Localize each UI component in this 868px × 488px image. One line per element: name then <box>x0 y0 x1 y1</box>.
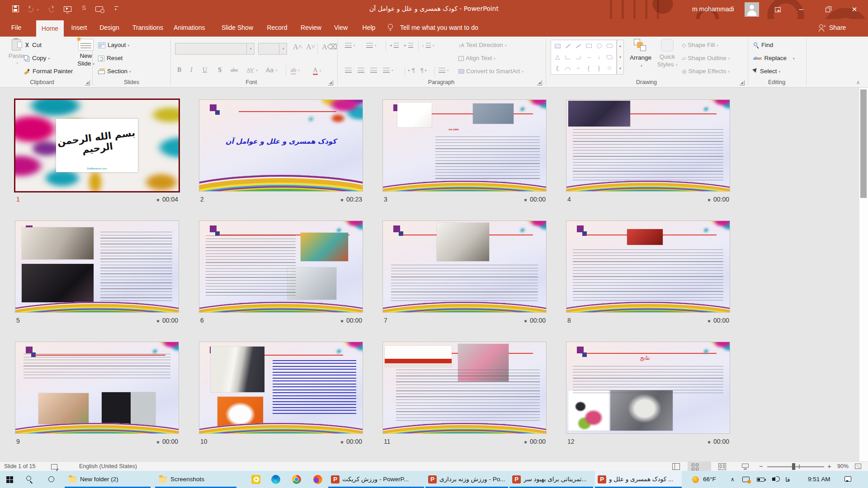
section-button[interactable]: Section▾ <box>98 66 131 76</box>
zoom-level[interactable]: 90% <box>837 462 849 471</box>
share-button[interactable]: Share <box>829 19 846 37</box>
format-painter-button[interactable]: Format Painter <box>24 66 73 76</box>
numbering-button[interactable]: ▾ <box>366 40 377 50</box>
language-indicator[interactable]: English (United States) <box>79 462 137 471</box>
underline-button[interactable]: U <box>203 65 207 75</box>
slideshow-view-button[interactable] <box>742 463 750 470</box>
slide-thumbnail-5[interactable] <box>15 221 179 313</box>
paragraph-dialog-launcher[interactable] <box>537 80 542 85</box>
undo-icon[interactable] <box>28 6 33 14</box>
zoom-out-button[interactable]: − <box>759 462 763 471</box>
slide-thumbnail-4[interactable] <box>566 99 730 192</box>
highlight-color-button[interactable]: ab▾ <box>291 65 300 75</box>
redo-icon[interactable] <box>49 6 55 14</box>
tab-transitions[interactable]: Transitions <box>132 19 163 37</box>
slide-sorter-view-button[interactable] <box>692 464 699 470</box>
replace-button[interactable]: abacReplace▾ <box>753 53 794 63</box>
text-direction-button[interactable]: ↕AText Direction▾ <box>458 40 506 50</box>
slide-thumbnail-12[interactable]: نتایج <box>566 342 730 434</box>
quick-styles-button[interactable]: Quick Styles▾ <box>656 39 679 77</box>
columns-button[interactable]: ▾ <box>439 65 449 75</box>
italic-button[interactable]: I <box>190 65 193 75</box>
slide-thumbnail-2[interactable]: کودک همسری و علل و عوامل آن <box>199 99 363 192</box>
align-center-button[interactable] <box>358 65 364 75</box>
tab-view[interactable]: View <box>334 19 348 37</box>
tab-review[interactable]: Review <box>301 19 321 37</box>
close-button[interactable]: ✕ <box>844 0 865 19</box>
slide-counter[interactable]: Slide 1 of 15 <box>4 462 36 471</box>
slide-thumbnail-9[interactable] <box>15 342 179 434</box>
new-slide-button[interactable]: New Slide▾ <box>73 39 99 77</box>
shape-outline-button[interactable]: ▱Shape Outline▾ <box>682 53 730 63</box>
slide-thumbnail-6[interactable] <box>199 221 363 313</box>
copy-button[interactable]: Copy▾ <box>24 53 50 63</box>
collapse-ribbon-button[interactable]: ∧ <box>856 80 860 85</box>
slide-sorter-area[interactable]: بسم الله الرحمن الرحيمDelBaraneh.com1★00… <box>0 88 868 461</box>
chrome-icon[interactable] <box>287 471 307 488</box>
start-button[interactable] <box>0 471 20 488</box>
tab-insert[interactable]: Insert <box>71 19 87 37</box>
reading-view-button[interactable] <box>718 463 726 470</box>
rtl-text-direction-button[interactable]: ¶◂ <box>420 65 426 75</box>
decrease-indent-button[interactable]: ◂ <box>390 40 399 50</box>
firefox-icon[interactable] <box>308 471 328 488</box>
change-case-button[interactable]: Aa▾ <box>266 65 277 75</box>
zoom-slider-thumb[interactable] <box>792 463 795 470</box>
user-name[interactable]: m mohammadi <box>692 5 734 13</box>
clear-formatting-button[interactable]: A⌫ <box>322 42 337 52</box>
align-right-button[interactable] <box>370 65 377 75</box>
increase-font-size-button[interactable]: A˄ <box>293 42 302 52</box>
taskbar-window-4[interactable]: P کودک همسری و علل و ... <box>595 471 682 488</box>
tab-animations[interactable]: Animations <box>174 19 205 37</box>
keyboard-language[interactable]: فا <box>785 471 790 488</box>
spell-check-icon[interactable] <box>51 462 57 471</box>
undo-dropdown-icon[interactable]: ▾ <box>37 8 39 12</box>
shapes-gallery-scrollbar[interactable]: ▲▼▼ <box>617 40 624 75</box>
save-icon[interactable] <box>12 5 19 14</box>
slide-thumbnail-10[interactable] <box>199 342 363 434</box>
tab-home[interactable]: Home <box>36 20 64 37</box>
select-button[interactable]: Select▾ <box>753 66 780 76</box>
taskbar-explorer-new-folder[interactable]: New folder (2) <box>65 471 151 488</box>
clock[interactable]: 9:51 AM <box>808 471 830 488</box>
shapes-gallery[interactable]: △ → ↓ ξ ~ { } ☆ <box>551 40 617 75</box>
font-name-combo[interactable]: ▾ <box>175 43 255 55</box>
cut-button[interactable]: Cut <box>24 40 42 50</box>
increase-indent-button[interactable]: ▸ <box>404 40 413 50</box>
shape-fill-button[interactable]: ◇Shape Fill▾ <box>682 40 718 50</box>
find-button[interactable]: Find <box>753 40 773 50</box>
start-slideshow-icon[interactable] <box>64 5 71 14</box>
edge-icon[interactable] <box>266 471 286 488</box>
zoom-slider-track[interactable] <box>767 466 824 467</box>
scrollbar-thumb[interactable] <box>860 89 867 198</box>
ribbon-display-options-button[interactable] <box>767 0 788 19</box>
stop-media-icon[interactable]: S <box>82 4 86 11</box>
justify-button[interactable]: ▾ <box>383 65 393 75</box>
text-shadow-button[interactable]: S <box>218 65 222 75</box>
tab-file[interactable]: File <box>11 19 22 37</box>
font-size-combo[interactable]: ▾ <box>258 43 287 55</box>
tab-design[interactable]: Design <box>99 19 119 37</box>
slide-thumbnail-1[interactable]: بسم الله الرحمن الرحيمDelBaraneh.com <box>15 99 179 192</box>
tab-record[interactable]: Record <box>267 19 287 37</box>
normal-view-button[interactable] <box>672 463 680 470</box>
font-color-button[interactable]: A▾ <box>313 65 321 75</box>
convert-smartart-button[interactable]: Convert to SmartArt▾ <box>458 66 524 76</box>
minimize-button[interactable]: ─ <box>791 0 811 19</box>
slide-thumbnail-8[interactable] <box>566 221 730 313</box>
tab-slide-show[interactable]: Slide Show <box>222 19 253 37</box>
clipboard-dialog-launcher[interactable] <box>85 80 90 85</box>
bullets-button[interactable]: ▾ <box>345 40 355 50</box>
slide-thumbnail-7[interactable] <box>382 221 547 313</box>
zoom-in-button[interactable]: + <box>827 462 831 471</box>
restore-button[interactable] <box>817 0 838 19</box>
taskbar-window-1[interactable]: P ورزش کریکت - PowerP... <box>328 471 424 488</box>
reset-button[interactable]: Reset <box>98 53 123 63</box>
align-text-button[interactable]: ↕Align Text▾ <box>458 53 495 63</box>
slide-thumbnail-11[interactable] <box>382 342 547 434</box>
tab-help[interactable]: Help <box>363 19 376 37</box>
ltr-text-direction-button[interactable]: ▸¶ <box>408 65 415 75</box>
taskbar-window-3[interactable]: P تمریناتی برای بهبود سر... <box>509 471 593 488</box>
bold-button[interactable]: B <box>177 65 181 75</box>
shape-effects-button[interactable]: ◎Shape Effects▾ <box>682 66 730 76</box>
